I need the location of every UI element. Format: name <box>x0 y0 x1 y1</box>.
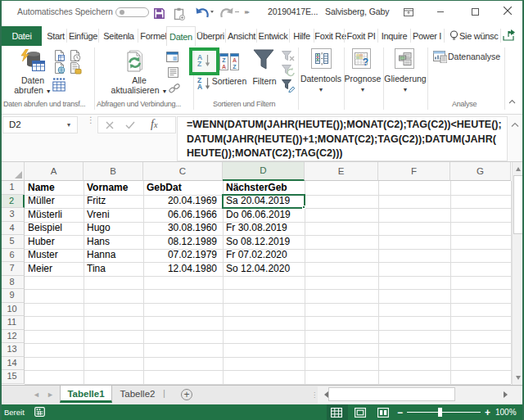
svg-text:A: A <box>222 64 226 70</box>
svg-text:?: ? <box>363 56 368 67</box>
svg-text:A: A <box>233 57 237 63</box>
svg-text:Z: Z <box>222 57 226 63</box>
svg-text:Z: Z <box>233 64 237 70</box>
